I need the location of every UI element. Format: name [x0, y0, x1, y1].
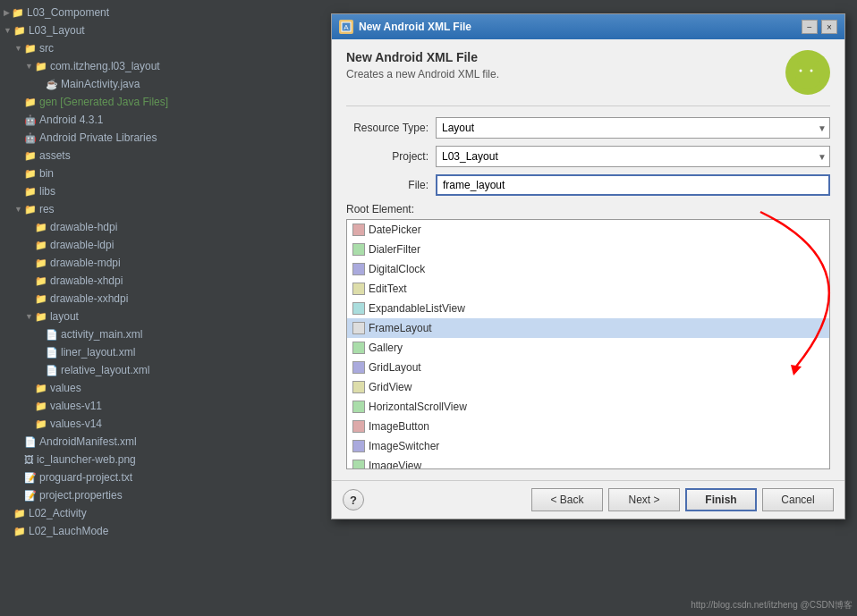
tree-item[interactable]: ▶ 📁 L03_Compoment	[0, 4, 322, 21]
tree-item-label: activity_main.xml	[61, 326, 142, 342]
root-element-item[interactable]: Gallery	[347, 338, 829, 358]
element-name: ImageView	[369, 460, 421, 469]
element-name: ImageSwitcher	[369, 440, 439, 452]
element-icon	[352, 263, 365, 275]
png-icon: 🖼	[24, 451, 34, 468]
tree-item[interactable]: 📁 assets	[0, 147, 322, 165]
tree-item-label: values	[50, 380, 81, 396]
tree-item[interactable]: 📁 drawable-ldpi	[0, 236, 322, 254]
root-element-item[interactable]: ImageButton	[347, 417, 829, 436]
back-button[interactable]: < Back	[531, 488, 603, 511]
element-icon	[352, 420, 365, 433]
tree-item[interactable]: 📁 gen [Generated Java Files]	[0, 93, 322, 111]
next-button[interactable]: Next >	[608, 488, 680, 511]
tree-item[interactable]: 📄 relative_layout.xml	[0, 361, 322, 379]
tree-item[interactable]: 📁 values-v11	[0, 397, 322, 415]
close-button[interactable]: ×	[821, 20, 837, 34]
tree-item[interactable]: 📁 libs	[0, 182, 322, 200]
dialog-title: New Android XML File	[359, 21, 471, 33]
root-element-item[interactable]: ImageView	[347, 456, 829, 469]
folder-icon: 📁	[35, 237, 47, 253]
tree-item[interactable]: ▼ 📁 src	[0, 39, 322, 57]
tree-item[interactable]: 🖼 ic_launcher-web.png	[0, 451, 322, 468]
expand-icon: ▶	[4, 4, 10, 21]
element-name: FrameLayout	[369, 322, 432, 334]
dialog-body: New Android XML File Creates a new Andro…	[332, 39, 844, 480]
element-icon	[352, 401, 365, 413]
tree-item-label: gen [Generated Java Files]	[39, 94, 168, 110]
element-name: ExpandableListView	[369, 302, 465, 315]
folder-icon: 📁	[35, 308, 47, 325]
svg-text:A: A	[344, 23, 349, 31]
android-logo	[785, 50, 830, 95]
tree-item-label: L03_Compoment	[27, 4, 109, 21]
tree-item[interactable]: 🤖 Android Private Libraries	[0, 129, 322, 147]
tree-item-label: drawable-hdpi	[50, 219, 117, 235]
project-tree[interactable]: ▶ 📁 L03_Compoment ▼ 📁 L03_Layout ▼ 📁 src…	[0, 0, 322, 616]
tree-item[interactable]: 📁 values-v14	[0, 415, 322, 433]
root-element-item[interactable]: EditText	[347, 279, 829, 299]
tree-item[interactable]: 📁 bin	[0, 165, 322, 182]
xml-icon: 📄	[46, 344, 58, 360]
tree-item[interactable]: 📁 values	[0, 379, 322, 397]
tree-item[interactable]: 📁 drawable-hdpi	[0, 218, 322, 236]
root-element-item[interactable]: FrameLayout	[347, 318, 829, 338]
root-element-item[interactable]: GridLayout	[347, 358, 829, 377]
dialog-main-title: New Android XML File	[346, 50, 778, 64]
element-name: Gallery	[369, 342, 403, 354]
minimize-button[interactable]: −	[802, 20, 818, 34]
tree-item[interactable]: 📝 project.properties	[0, 486, 322, 504]
tree-item-label: drawable-xxhdpi	[50, 291, 128, 307]
tree-item-label: src	[39, 40, 54, 56]
element-name: EditText	[369, 283, 407, 295]
tree-item[interactable]: 🤖 Android 4.3.1	[0, 111, 322, 129]
java-icon: ☕	[46, 76, 58, 92]
tree-item[interactable]: ▼ 📁 L03_Layout	[0, 21, 322, 39]
root-element-item[interactable]: HorizontalScrollView	[347, 397, 829, 417]
tree-item-label: values-v11	[50, 398, 102, 414]
resource-type-row: Resource Type: LayoutMenuValuesDrawableA…	[346, 117, 830, 139]
folder-icon: 📁	[24, 148, 37, 164]
finish-button[interactable]: Finish	[685, 488, 757, 511]
tree-item[interactable]: 📁 drawable-xhdpi	[0, 272, 322, 290]
folder-icon: 📁	[12, 4, 24, 21]
root-element-item[interactable]: DialerFilter	[347, 240, 829, 259]
tree-item[interactable]: 📄 liner_layout.xml	[0, 343, 322, 361]
tree-item[interactable]: ☕ MainActivity.java	[0, 75, 322, 93]
tree-item[interactable]: ▼ 📁 layout	[0, 308, 322, 325]
root-element-item[interactable]: ImageSwitcher	[347, 436, 829, 456]
tree-item-label: drawable-xhdpi	[50, 273, 123, 289]
element-icon	[352, 342, 365, 354]
folder-icon: 📁	[24, 201, 37, 217]
root-element-item[interactable]: ExpandableListView	[347, 299, 829, 318]
help-button[interactable]: ?	[343, 489, 364, 511]
root-element-list[interactable]: DatePicker DialerFilter DigitalClock Edi…	[346, 219, 830, 469]
tree-item-label: drawable-mdpi	[50, 255, 121, 271]
root-element-item[interactable]: DigitalClock	[347, 259, 829, 279]
root-element-item[interactable]: GridView	[347, 377, 829, 397]
resource-type-select[interactable]: LayoutMenuValuesDrawableAnim	[436, 117, 830, 139]
tree-item[interactable]: ▼ 📁 res	[0, 200, 322, 218]
svg-line-9	[815, 62, 818, 65]
element-icon	[352, 302, 365, 315]
txt-icon: 📝	[24, 487, 37, 503]
tree-item[interactable]: 📄 AndroidManifest.xml	[0, 433, 322, 451]
folder-icon: 📁	[13, 22, 26, 38]
root-element-item[interactable]: DatePicker	[347, 220, 829, 240]
tree-item[interactable]: 📁 drawable-mdpi	[0, 254, 322, 272]
tree-item[interactable]: 📝 proguard-project.txt	[0, 468, 322, 486]
tree-item[interactable]: 📁 L02_LauchMode	[0, 522, 322, 540]
element-icon	[352, 224, 365, 236]
tree-item-label: drawable-ldpi	[50, 237, 114, 253]
android-icon: 🤖	[24, 112, 37, 128]
tree-item[interactable]: ▼ 📁 com.itzheng.l03_layout	[0, 57, 322, 75]
tree-item[interactable]: 📁 drawable-xxhdpi	[0, 290, 322, 308]
svg-line-8	[798, 62, 801, 65]
file-input[interactable]	[436, 174, 830, 196]
element-icon	[352, 243, 365, 256]
project-select[interactable]: L03_Layout	[436, 146, 830, 167]
tree-item[interactable]: 📁 L02_Activity	[0, 504, 322, 522]
cancel-button[interactable]: Cancel	[762, 488, 834, 511]
tree-item[interactable]: 📄 activity_main.xml	[0, 325, 322, 343]
dialog-overlay: A New Android XML File − × New Android X…	[322, 0, 857, 616]
